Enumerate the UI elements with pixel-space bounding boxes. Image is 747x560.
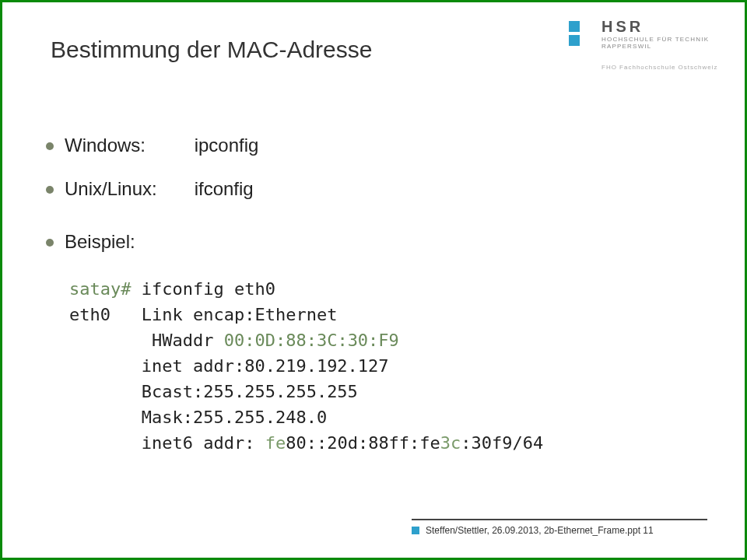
code-cmd: ifconfig eth0 — [131, 279, 275, 299]
code-line: inet addr:80.219.192.127 — [69, 356, 389, 376]
ipv6-part: fe — [265, 433, 286, 453]
bullet-windows: Windows: ipconfig — [65, 135, 698, 156]
example-label: Beispiel: — [65, 231, 135, 252]
bullet-example: Beispiel: — [65, 231, 698, 253]
page-title: Bestimmung der MAC-Adresse — [51, 37, 372, 63]
code-prompt: satay# — [69, 279, 131, 299]
code-block: satay# ifconfig eth0 eth0 Link encap:Eth… — [69, 276, 698, 456]
logo-square-icon — [569, 21, 580, 32]
ipv6-part: 3c — [440, 433, 461, 453]
bullet-unix: Unix/Linux: ifconfig — [65, 178, 698, 200]
code-line: eth0 Link encap:Ethernet — [69, 305, 337, 324]
logo-abbr: HSR — [601, 18, 724, 36]
logo-text: HSR HOCHSCHULE FÜR TECHNIK RAPPERSWIL FH… — [601, 18, 724, 71]
mac-address: 00:0D:88:3C:30:F9 — [224, 331, 399, 350]
logo-squares — [569, 21, 595, 49]
logo-square-icon — [569, 35, 580, 46]
code-text: 80::20d:88ff:fe — [286, 433, 440, 453]
code-line: Bcast:255.255.255.255 — [69, 382, 358, 401]
footer-square-icon — [412, 527, 419, 534]
command-windows: ipconfig — [195, 135, 259, 156]
logo-subtitle-3: FHO Fachhochschule Ostschweiz — [601, 64, 724, 71]
content-area: Windows: ipconfig Unix/Linux: ifconfig B… — [65, 135, 698, 456]
slide: HSR HOCHSCHULE FÜR TECHNIK RAPPERSWIL FH… — [0, 0, 747, 560]
code-line: inet6 addr: — [69, 433, 265, 453]
code-line: HWaddr — [69, 331, 224, 350]
code-line: Mask:255.255.248.0 — [69, 408, 327, 427]
footer: Steffen/Stettler, 26.09.2013, 2b-Etherne… — [412, 519, 707, 536]
footer-row: Steffen/Stettler, 26.09.2013, 2b-Etherne… — [412, 525, 707, 536]
code-text: /64 — [513, 433, 544, 453]
os-label-windows: Windows: — [65, 135, 189, 156]
footer-text: Steffen/Stettler, 26.09.2013, 2b-Etherne… — [426, 525, 654, 536]
logo-subtitle-2: RAPPERSWIL — [601, 43, 724, 50]
command-unix: ifconfig — [195, 178, 254, 200]
os-label-unix: Unix/Linux: — [65, 178, 189, 200]
logo-block: HSR HOCHSCHULE FÜR TECHNIK RAPPERSWIL FH… — [569, 18, 724, 71]
footer-divider — [412, 519, 707, 520]
code-text: :30f9 — [461, 433, 512, 453]
logo-subtitle-1: HOCHSCHULE FÜR TECHNIK — [601, 36, 724, 43]
